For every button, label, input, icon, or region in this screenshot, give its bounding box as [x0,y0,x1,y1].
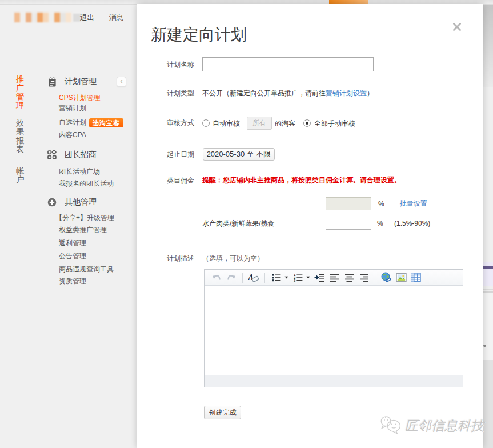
vertical-nav-account[interactable]: 帐户 [15,167,25,185]
batch-set-link[interactable]: 批量设置 [400,199,427,209]
toolbar-separator [242,273,243,283]
sidebar-item[interactable]: 我报名的团长活动 [59,179,114,189]
review-mode-label: 审核方式 [167,119,194,127]
create-plan-button[interactable]: 创建完成 [204,406,241,419]
sidebar-item[interactable]: 团长活动广场 [59,167,100,177]
image-icon[interactable] [395,271,407,283]
grid-icon [47,150,57,160]
description-label: 计划描述 [167,254,194,262]
default-commission-input[interactable] [326,197,371,210]
vertical-nav-reports[interactable]: 效果报表 [15,119,25,154]
indent-icon[interactable] [314,271,326,283]
date-range-label: 起止日期 [167,150,194,158]
ordered-list-dropdown-icon[interactable] [305,271,311,283]
manual-review-option-label: 全部手动审核 [314,119,355,127]
toolbar-separator [264,273,265,283]
sidebar-item[interactable]: 资质管理 [59,277,86,286]
rich-text-editor: A123 [204,269,463,387]
category-commission-input[interactable] [326,217,371,230]
redacted-username [14,13,71,22]
undo-icon[interactable] [211,271,223,283]
commission-warning: 提醒：您店铺内非主推商品，将按照类目佣金计算。请合理设置。 [202,177,401,184]
manual-review-radio[interactable] [303,119,311,127]
unordered-list-dropdown-icon[interactable] [283,271,289,283]
plus-circle-icon [47,198,57,207]
remove-format-icon[interactable]: A [248,271,260,283]
sidebar-section-3[interactable]: 其他管理 [47,197,97,207]
dialog-title: 新建定向计划 [151,25,247,45]
redo-icon[interactable] [226,271,238,283]
logout-link[interactable]: 退出 [80,14,94,22]
editor-content-area[interactable] [205,286,463,375]
scope-suffix-text: 的淘客 [275,119,295,127]
category-name: 水产肉类/新鲜蔬果/熟食 [202,219,275,227]
sidebar-item[interactable]: 内容CPA [59,130,86,140]
sidebar-item[interactable]: 权益类推广管理 [59,225,107,235]
chevron-left-icon: ‹ [121,77,123,85]
marketing-plan-settings-link[interactable]: 营销计划设置 [326,89,367,97]
close-icon[interactable] [452,22,462,32]
percent-sign-2: % [377,219,383,227]
scope-select-button[interactable]: 所有 [247,117,272,130]
clipboard-icon [47,77,57,87]
sidebar-section-2[interactable]: 团长招商 [47,150,97,160]
toolbar-separator [375,273,375,283]
sidebar-collapse-button[interactable]: ‹ [117,77,126,87]
sidebar-section-1[interactable]: 计划管理 [47,77,97,87]
plan-name-label: 计划名称 [167,61,194,69]
vertical-nav-promotion[interactable]: 推广管理 [15,75,25,110]
messages-link[interactable]: 消息 [109,14,123,22]
commission-range-hint: (1.5%-90%) [394,219,430,227]
sidebar-item[interactable]: 【分享+】升级管理 [59,213,114,223]
sidebar-item[interactable]: 公告管理 [59,251,86,261]
description-hint: （选填，可以为空） [202,254,264,262]
percent-sign: % [378,200,384,208]
sidebar-item[interactable]: 返利管理 [59,238,86,248]
sidebar-item[interactable]: CPS计划管理 [59,93,101,103]
table-icon[interactable] [410,271,422,283]
align-left-icon[interactable] [328,271,340,283]
new-plan-dialog: 新建定向计划 计划名称 计划类型 不公开（新建定向公开单品推广，请前往营销计划设… [137,4,483,448]
date-range-button[interactable]: 2020-05-30 至 不限 [203,148,275,161]
auto-review-option-label: 自动审核 [213,119,240,127]
sidebar-item[interactable]: 自选计划选淘宝客 [59,118,123,127]
purple-divider [483,266,493,269]
sidebar-item[interactable]: 营销计划 [59,103,86,113]
sidebar-item[interactable]: 商品违规查询工具 [59,265,114,274]
plan-name-input[interactable] [202,57,374,71]
underlying-page-right-strip [483,5,493,448]
editor-toolbar: A123 [205,270,463,286]
console-page: 退出 消息 推广管理效果报表帐户 计划管理CPS计划管理营销计划自选计划选淘宝客… [0,0,493,448]
svg-text:3: 3 [294,279,295,282]
editor-status-bar [205,375,463,387]
ordered-list-icon[interactable]: 123 [292,271,304,283]
align-right-icon[interactable] [358,271,370,283]
auto-review-radio[interactable] [202,119,210,127]
topbar: 退出 消息 [0,0,137,66]
align-center-icon[interactable] [343,271,355,283]
link-globe-icon[interactable] [380,271,392,283]
badge-xuan-taobaoke: 选淘宝客 [89,118,123,127]
plan-type-text: 不公开（新建定向公开单品推广，请前往营销计划设置） [202,89,374,97]
plan-type-label: 计划类型 [167,89,194,97]
unordered-list-icon[interactable] [270,271,282,283]
commission-label: 类目佣金 [167,177,194,185]
